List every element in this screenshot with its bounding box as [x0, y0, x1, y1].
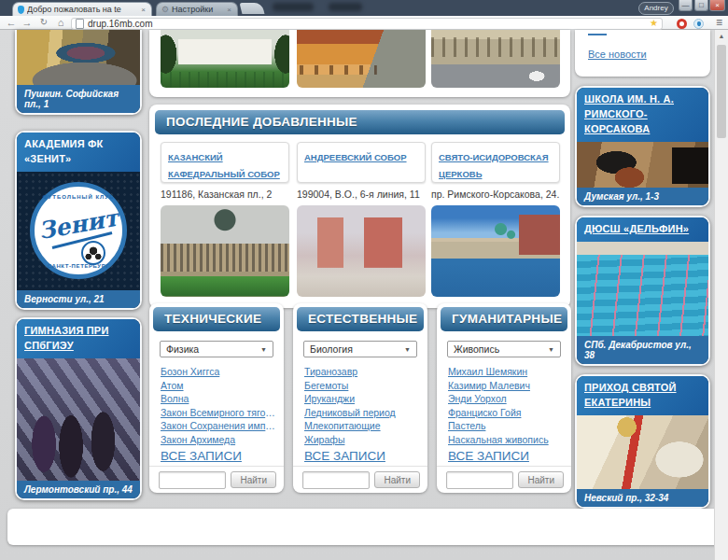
tab-close-icon[interactable]: × [226, 6, 232, 14]
sidebar-card-gymnasium[interactable]: ГИМНАЗИЯ ПРИ СПбГИЭУ Лермонтовский пр., … [15, 317, 142, 500]
all-records-link[interactable]: ВСЕ ЗАПИСИ [304, 449, 385, 463]
tab-title: Добро пожаловать на te [27, 5, 137, 14]
latest-item-link[interactable]: СВЯТО-ИСИДОРОВСКАЯ ЦЕРКОВЬ [439, 152, 549, 179]
swimming-pool-image[interactable] [577, 242, 708, 336]
tab-settings[interactable]: ↻ ⚙ Настройки × [156, 2, 238, 16]
category-link[interactable]: Ледниковый период [304, 406, 422, 420]
blurred-title-text [273, 3, 314, 11]
extension-drop-icon[interactable] [693, 19, 704, 29]
category-link[interactable]: Наскальная живопись [448, 433, 566, 447]
painting-select[interactable]: Живопись ▼ [447, 341, 561, 357]
category-link[interactable]: Тиранозавр [304, 365, 422, 379]
category-link[interactable]: Закон Всемирного тяготени... [161, 406, 278, 420]
physics-select[interactable]: Физика ▼ [160, 341, 273, 357]
search-button[interactable]: Найти [518, 471, 564, 488]
browser-window: Добро пожаловать на te × ↻ ⚙ Настройки ×… [0, 0, 728, 560]
cello-student-image[interactable] [577, 142, 708, 188]
card-title-link[interactable]: ГИМНАЗИЯ ПРИ СПбГИЭУ [17, 319, 140, 358]
minimize-button[interactable]: — [679, 0, 693, 11]
latest-item-address: пр. Римского-Корсакова, 24. [431, 189, 560, 200]
badge-top-text: ФУТБОЛЬНЫЙ КЛУБ [35, 194, 122, 200]
sidebar-card-pushkin[interactable]: Пушкин. Софийская пл., 1 [15, 30, 142, 115]
card-caption: Пушкин. Софийская пл., 1 [17, 85, 140, 113]
select-value: Физика [166, 343, 199, 355]
sidebar-card-parish[interactable]: ПРИХОД СВЯТОЙ ЕКАТЕРИНЫ Невский пр., 32-… [575, 374, 710, 509]
latest-item: СВЯТО-ИСИДОРОВСКАЯ ЦЕРКОВЬ пр. Римского-… [431, 142, 560, 297]
card-title[interactable]: АКАДЕМИЯ ФК «ЗЕНИТ» [17, 133, 140, 172]
latest-item-address: 191186, Казанская пл., 2 [161, 189, 289, 200]
kazan-cathedral-image[interactable] [161, 205, 289, 297]
all-news-link[interactable]: Все новости [588, 49, 647, 60]
category-link[interactable]: Бозон Хиггса [161, 365, 278, 379]
sidebar-card-school[interactable]: ШКОЛА ИМ. Н. А. РИМСКОГО-КОРСАКОВА Думск… [575, 86, 710, 207]
city-street-image[interactable] [431, 30, 560, 88]
stage-performers-image[interactable] [17, 358, 140, 481]
card-title-link[interactable]: ШКОЛА ИМ. Н. А. РИМСКОГО-КОРСАКОВА [577, 88, 708, 142]
card-title-link[interactable]: ДЮСШ «ДЕЛЬФИН» [577, 217, 708, 242]
white-mansion-image[interactable] [161, 30, 289, 88]
category-link[interactable]: Млекопитающие [304, 419, 422, 433]
church-service-image[interactable] [577, 415, 708, 489]
search-input[interactable] [159, 471, 226, 489]
menu-icon[interactable]: ≡ [716, 16, 722, 29]
zenit-badge: ФУТБОЛЬНЫЙ КЛУБ Зенит САНКТ-ПЕТЕРБУРГ [30, 182, 127, 279]
category-panel-natural: ЕСТЕСТВЕННЫЕ Биология ▼ Тиранозавр Бегем… [293, 303, 427, 493]
latest-item-link[interactable]: АНДРЕЕВСКИЙ СОБОР [304, 152, 407, 162]
category-header: ЕСТЕСТВЕННЫЕ [297, 307, 424, 331]
andreevsky-cathedral-image[interactable] [297, 205, 426, 297]
category-link[interactable]: Казимир Малевич [448, 379, 566, 393]
category-links: Михаил Шемякин Казимир Малевич Энди Уорх… [448, 365, 566, 446]
home-icon[interactable]: ⌂ [53, 16, 68, 29]
tab-welcome[interactable]: Добро пожаловать на te × [12, 2, 152, 16]
latest-item-title-box: СВЯТО-ИСИДОРОВСКАЯ ЦЕРКОВЬ [431, 142, 560, 183]
latest-item-title-box: АНДРЕЕВСКИЙ СОБОР [297, 142, 426, 183]
category-link[interactable]: Закон Архимеда [161, 433, 278, 447]
page-scrollbar[interactable]: ▲ [714, 30, 728, 560]
maximize-button[interactable]: □ [694, 0, 708, 11]
zenit-logo-image[interactable]: ФУТБОЛЬНЫЙ КЛУБ Зенит САНКТ-ПЕТЕРБУРГ [17, 172, 140, 290]
latest-item-link[interactable]: КАЗАНСКИЙ КАФЕДРАЛЬНЫЙ СОБОР [168, 152, 280, 179]
extension-red-icon[interactable] [677, 19, 687, 29]
reload-icon[interactable]: ↻ [36, 16, 51, 29]
close-window-button[interactable]: × [709, 0, 725, 11]
isidorovskaya-church-image[interactable] [431, 205, 560, 297]
back-icon[interactable]: ← [4, 16, 19, 29]
card-caption: Невский пр., 32-34 [577, 489, 708, 507]
url-text[interactable]: drup.16mb.com [88, 19, 650, 29]
biology-select[interactable]: Биология ▼ [303, 341, 417, 357]
category-link[interactable]: Михаил Шемякин [448, 365, 566, 379]
category-link[interactable]: Франциско Гойя [448, 406, 566, 420]
scrollbar-thumb[interactable] [717, 45, 726, 138]
category-link[interactable]: Ируканджи [304, 392, 422, 406]
bookmark-star-icon[interactable]: ★ [650, 19, 658, 28]
scroll-up-icon[interactable]: ▲ [715, 33, 728, 39]
category-link[interactable]: Закон Сохранения импульса [161, 419, 278, 433]
card-caption: СПб. Декабристов ул., 38 [577, 336, 708, 364]
new-tab-button[interactable] [240, 3, 265, 14]
sidebar-card-delfin[interactable]: ДЮСШ «ДЕЛЬФИН» СПб. Декабристов ул., 38 [575, 216, 710, 366]
search-input[interactable] [446, 471, 513, 489]
search-row: Найти [302, 471, 420, 488]
woman-in-scarf-image[interactable] [17, 30, 140, 85]
all-records-link[interactable]: ВСЕ ЗАПИСИ [448, 449, 529, 463]
orange-house-image[interactable] [297, 30, 426, 88]
category-link[interactable]: Жирафы [304, 433, 422, 447]
search-button[interactable]: Найти [231, 471, 276, 488]
all-records-link[interactable]: ВСЕ ЗАПИСИ [161, 449, 242, 463]
card-title-link[interactable]: ПРИХОД СВЯТОЙ ЕКАТЕРИНЫ [577, 376, 708, 415]
address-bar[interactable]: drup.16mb.com ★ [71, 18, 663, 30]
sidebar-card-zenit[interactable]: АКАДЕМИЯ ФК «ЗЕНИТ» ФУТБОЛЬНЫЙ КЛУБ Зени… [15, 131, 142, 310]
profile-button[interactable]: Andrey [638, 2, 674, 15]
category-link[interactable]: Пастель [448, 419, 566, 433]
card-caption: Думская ул., 1-3 [577, 188, 708, 205]
category-link[interactable]: Атом [161, 379, 278, 393]
forward-icon[interactable]: → [20, 16, 35, 29]
search-input[interactable] [302, 471, 370, 489]
category-link[interactable]: Бегемоты [304, 379, 422, 393]
search-button[interactable]: Найти [374, 471, 420, 488]
category-link[interactable]: Волна [161, 392, 278, 406]
card-caption: Верности ул., 21 [17, 290, 140, 308]
divider [149, 466, 284, 467]
category-link[interactable]: Энди Уорхол [448, 392, 566, 406]
tab-close-icon[interactable]: × [140, 6, 147, 14]
